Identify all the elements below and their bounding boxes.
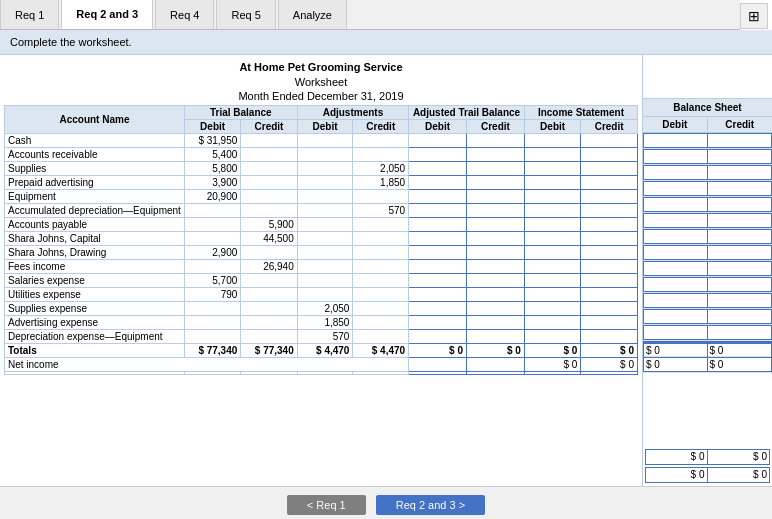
bs-debit-cell[interactable] [643,181,708,196]
bs-debit-cell[interactable] [643,245,708,260]
bs-credit-cell[interactable] [708,133,773,148]
data-cell[interactable] [409,274,467,288]
empty-cell[interactable] [467,372,525,375]
data-cell[interactable] [467,134,525,148]
data-cell[interactable] [581,218,638,232]
tab-req2and3[interactable]: Req 2 and 3 [61,0,153,29]
data-cell[interactable] [524,260,580,274]
tab-req5[interactable]: Req 5 [216,0,275,29]
bs-debit-cell[interactable] [643,149,708,164]
data-cell[interactable] [524,274,580,288]
bs-credit-cell[interactable] [708,149,773,164]
bs-debit-cell[interactable] [643,165,708,180]
data-cell[interactable] [524,176,580,190]
data-cell[interactable] [524,246,580,260]
data-cell[interactable] [409,232,467,246]
data-cell[interactable] [524,288,580,302]
bs-debit-cell[interactable] [643,277,708,292]
bs-debit-cell[interactable] [643,309,708,324]
data-cell[interactable] [409,288,467,302]
data-cell[interactable] [524,190,580,204]
totals-cell[interactable]: $ 0 [409,344,467,358]
data-cell[interactable] [581,330,638,344]
bs-credit-cell[interactable] [708,245,773,260]
bs-credit-cell[interactable] [708,261,773,276]
data-cell[interactable] [467,218,525,232]
data-cell[interactable] [409,190,467,204]
data-cell[interactable] [524,134,580,148]
empty-cell[interactable] [524,372,580,375]
data-cell[interactable] [467,316,525,330]
data-cell[interactable] [524,162,580,176]
data-cell[interactable] [524,204,580,218]
bs-credit-cell[interactable] [708,293,773,308]
data-cell[interactable] [409,316,467,330]
bs-footer-debit-2[interactable]: $ 0 [645,467,708,483]
tab-analyze[interactable]: Analyze [278,0,347,29]
bs-debit-cell[interactable]: $ 0 [643,357,708,372]
data-cell[interactable] [524,148,580,162]
data-cell[interactable] [409,204,467,218]
empty-cell[interactable] [581,372,638,375]
data-cell[interactable] [581,176,638,190]
data-cell[interactable] [581,148,638,162]
data-cell[interactable] [467,232,525,246]
data-cell[interactable] [524,316,580,330]
tab-req4[interactable]: Req 4 [155,0,214,29]
data-cell[interactable] [581,162,638,176]
data-cell[interactable] [409,162,467,176]
data-cell[interactable] [409,218,467,232]
data-cell[interactable] [467,190,525,204]
bs-debit-cell[interactable] [643,213,708,228]
data-cell[interactable] [524,218,580,232]
bs-footer-credit-1[interactable]: $ 0 [708,449,771,465]
data-cell[interactable] [409,302,467,316]
next-button[interactable]: Req 2 and 3 > [376,495,485,515]
totals-cell[interactable]: $ 0 [524,344,580,358]
data-cell[interactable] [467,302,525,316]
data-cell[interactable] [581,134,638,148]
data-cell[interactable] [467,148,525,162]
bs-debit-cell[interactable] [643,229,708,244]
bs-debit-cell[interactable] [643,325,708,340]
bs-credit-cell[interactable] [708,325,773,340]
bs-credit-cell[interactable] [708,181,773,196]
data-cell[interactable] [581,260,638,274]
bs-debit-cell[interactable] [643,197,708,212]
bs-debit-cell[interactable] [643,261,708,276]
net-income-cell[interactable] [467,358,525,372]
prev-button[interactable]: < Req 1 [287,495,366,515]
data-cell[interactable] [467,288,525,302]
window-icon[interactable]: ⊞ [740,3,768,29]
net-income-cell[interactable]: $ 0 [524,358,580,372]
data-cell[interactable] [467,246,525,260]
bs-debit-cell[interactable]: $ 0 [643,343,708,358]
totals-cell[interactable]: $ 0 [581,344,638,358]
data-cell[interactable] [409,260,467,274]
data-cell[interactable] [581,232,638,246]
data-cell[interactable] [409,134,467,148]
bs-credit-cell[interactable] [708,309,773,324]
data-cell[interactable] [467,330,525,344]
totals-cell[interactable]: $ 0 [467,344,525,358]
data-cell[interactable] [524,232,580,246]
data-cell[interactable] [524,330,580,344]
data-cell[interactable] [581,302,638,316]
data-cell[interactable] [581,204,638,218]
data-cell[interactable] [409,148,467,162]
bs-debit-cell[interactable] [643,293,708,308]
net-income-cell[interactable] [409,358,467,372]
data-cell[interactable] [409,176,467,190]
data-cell[interactable] [581,288,638,302]
bs-credit-cell[interactable]: $ 0 [708,357,773,372]
data-cell[interactable] [409,330,467,344]
data-cell[interactable] [581,246,638,260]
bs-footer-credit-2[interactable]: $ 0 [708,467,771,483]
data-cell[interactable] [581,190,638,204]
data-cell[interactable] [467,162,525,176]
bs-debit-cell[interactable] [643,133,708,148]
bs-credit-cell[interactable] [708,213,773,228]
bs-credit-cell[interactable] [708,197,773,212]
bs-footer-debit-1[interactable]: $ 0 [645,449,708,465]
data-cell[interactable] [467,204,525,218]
